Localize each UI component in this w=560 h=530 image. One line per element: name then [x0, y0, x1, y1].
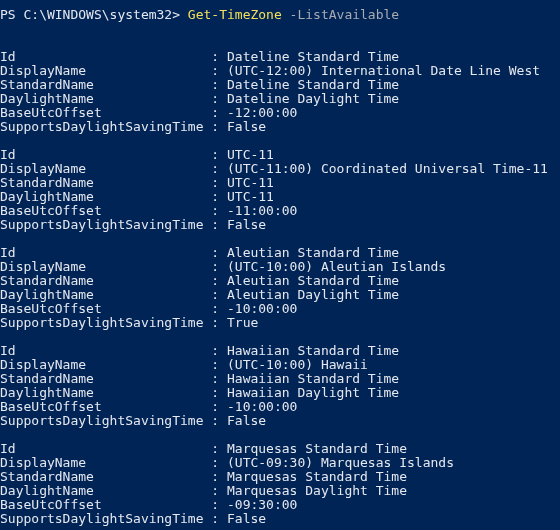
field-value: -10:00:00 [227, 301, 297, 316]
field-value: UTC-11 [227, 189, 274, 204]
console-line: DaylightName : Marquesas Daylight Time [0, 484, 560, 498]
console-line: StandardName : UTC-11 [0, 176, 560, 190]
console-line [0, 232, 560, 246]
field-label: StandardName [0, 371, 204, 386]
field-label: StandardName [0, 273, 204, 288]
console-line: SupportsDaylightSavingTime : False [0, 120, 560, 134]
console-line: DaylightName : UTC-11 [0, 190, 560, 204]
field-value: (UTC-09:30) Marquesas Islands [227, 455, 454, 470]
cmdlet-name: Get-TimeZone [188, 7, 282, 22]
field-value: False [227, 413, 266, 428]
console-line: SupportsDaylightSavingTime : False [0, 218, 560, 232]
field-value: Marquesas Daylight Time [227, 483, 407, 498]
field-label: DaylightName [0, 189, 204, 204]
field-label: SupportsDaylightSavingTime [0, 315, 204, 330]
console-line: DaylightName : Aleutian Daylight Time [0, 288, 560, 302]
field-separator: : [204, 455, 227, 470]
field-value: Aleutian Standard Time [227, 245, 399, 260]
field-separator: : [204, 343, 227, 358]
field-label: DisplayName [0, 63, 204, 78]
field-value: -12:00:00 [227, 105, 297, 120]
field-separator: : [204, 91, 227, 106]
field-separator: : [204, 63, 227, 78]
console-line: DisplayName : (UTC-12:00) International … [0, 64, 560, 78]
field-value: (UTC-10:00) Aleutian Islands [227, 259, 446, 274]
field-value: (UTC-10:00) Hawaii [227, 357, 368, 372]
console-line: Id : UTC-11 [0, 148, 560, 162]
field-separator: : [204, 147, 227, 162]
field-label: DaylightName [0, 287, 204, 302]
console-line: Id : Dateline Standard Time [0, 50, 560, 64]
console-line: StandardName : Hawaiian Standard Time [0, 372, 560, 386]
powershell-console[interactable]: PS C:\WINDOWS\system32> Get-TimeZone -Li… [0, 0, 560, 530]
cmdlet-param: -ListAvailable [282, 7, 399, 22]
field-separator: : [204, 469, 227, 484]
prompt-path: PS C:\WINDOWS\system32> [0, 7, 188, 22]
field-label: StandardName [0, 175, 204, 190]
field-separator: : [204, 385, 227, 400]
field-separator: : [204, 413, 227, 428]
console-line [0, 134, 560, 148]
field-label: Id [0, 49, 204, 64]
console-line: BaseUtcOffset : -10:00:00 [0, 400, 560, 414]
field-value: False [227, 119, 266, 134]
field-label: Id [0, 245, 204, 260]
field-value: Hawaiian Standard Time [227, 371, 399, 386]
field-label: StandardName [0, 469, 204, 484]
field-separator: : [204, 273, 227, 288]
field-label: BaseUtcOffset [0, 399, 204, 414]
field-separator: : [204, 287, 227, 302]
field-value: Aleutian Daylight Time [227, 287, 399, 302]
field-value: UTC-11 [227, 147, 274, 162]
field-value: UTC-11 [227, 175, 274, 190]
field-value: Hawaiian Daylight Time [227, 385, 399, 400]
console-line: DaylightName : Hawaiian Daylight Time [0, 386, 560, 400]
field-label: DisplayName [0, 161, 204, 176]
field-separator: : [204, 301, 227, 316]
field-value: Marquesas Standard Time [227, 469, 407, 484]
field-separator: : [204, 119, 227, 134]
field-separator: : [204, 105, 227, 120]
field-separator: : [204, 259, 227, 274]
field-value: Hawaiian Standard Time [227, 343, 399, 358]
field-value: -09:30:00 [227, 497, 297, 512]
field-separator: : [204, 399, 227, 414]
field-value: (UTC-11:00) Coordinated Universal Time-1… [227, 161, 548, 176]
console-line: SupportsDaylightSavingTime : False [0, 512, 560, 526]
field-label: BaseUtcOffset [0, 105, 204, 120]
console-line: SupportsDaylightSavingTime : False [0, 414, 560, 428]
console-line [0, 526, 560, 530]
console-line [0, 36, 560, 50]
field-value: Dateline Daylight Time [227, 91, 399, 106]
field-separator: : [204, 371, 227, 386]
field-label: SupportsDaylightSavingTime [0, 413, 204, 428]
field-label: Id [0, 343, 204, 358]
field-separator: : [204, 497, 227, 512]
field-separator: : [204, 161, 227, 176]
console-line [0, 330, 560, 344]
field-separator: : [204, 357, 227, 372]
field-label: DisplayName [0, 455, 204, 470]
console-line [0, 428, 560, 442]
field-separator: : [204, 217, 227, 232]
console-line: DisplayName : (UTC-10:00) Aleutian Islan… [0, 260, 560, 274]
field-separator: : [204, 441, 227, 456]
field-label: Id [0, 441, 204, 456]
field-label: DaylightName [0, 385, 204, 400]
field-label: BaseUtcOffset [0, 497, 204, 512]
field-separator: : [204, 511, 227, 526]
console-line: PS C:\WINDOWS\system32> Get-TimeZone -Li… [0, 8, 560, 22]
console-line: BaseUtcOffset : -11:00:00 [0, 204, 560, 218]
console-line: Id : Hawaiian Standard Time [0, 344, 560, 358]
field-label: StandardName [0, 77, 204, 92]
field-label: DisplayName [0, 357, 204, 372]
field-value: Marquesas Standard Time [227, 441, 407, 456]
field-separator: : [204, 189, 227, 204]
field-value: (UTC-12:00) International Date Line West [227, 63, 540, 78]
field-value: False [227, 511, 266, 526]
console-line: Id : Aleutian Standard Time [0, 246, 560, 260]
console-line: DisplayName : (UTC-10:00) Hawaii [0, 358, 560, 372]
field-value: Dateline Standard Time [227, 49, 399, 64]
console-line [0, 22, 560, 36]
field-value: Dateline Standard Time [227, 77, 399, 92]
